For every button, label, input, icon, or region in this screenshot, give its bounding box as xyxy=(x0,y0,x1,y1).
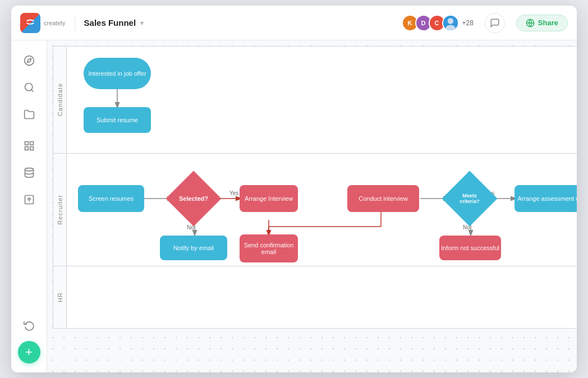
swimlane-content-recruiter: Yes No Yes No Screen resumes Selected? xyxy=(67,154,577,266)
shape-meets-criteria[interactable]: Meets criteria? xyxy=(447,176,492,221)
comment-button[interactable] xyxy=(485,13,505,33)
avatars: K D C +28 xyxy=(402,15,474,31)
svg-point-1 xyxy=(447,18,453,24)
shape-inform-not[interactable]: Inform not successful xyxy=(439,236,501,260)
app-window: creately Sales Funnel ▾ K D C +28 xyxy=(11,6,577,372)
sidebar-item-upload[interactable] xyxy=(18,188,40,211)
sidebar-item-compass[interactable] xyxy=(18,49,40,72)
shape-send-confirmation[interactable]: Send confirmation email xyxy=(240,234,298,262)
sidebar-bottom: + xyxy=(18,314,40,363)
swimlane-container: Candidate xyxy=(53,46,577,371)
canvas[interactable]: Candidate xyxy=(47,40,577,372)
avatar-4 xyxy=(442,15,459,31)
shape-notify-email[interactable]: Notify by email xyxy=(160,236,227,260)
sidebar: + xyxy=(11,40,47,372)
logo-text: creately xyxy=(44,20,66,26)
logo-icon xyxy=(20,13,40,33)
shape-submit-resume[interactable]: Submit resume xyxy=(84,107,151,133)
fab-add-button[interactable]: + xyxy=(18,341,40,363)
sidebar-item-components[interactable] xyxy=(18,135,40,157)
svg-line-8 xyxy=(31,90,33,92)
swimlane-hr: HR xyxy=(53,266,577,329)
doc-title-area: Sales Funnel ▾ xyxy=(84,18,144,27)
shape-arrange-interview[interactable]: Arrange Interview xyxy=(240,185,298,212)
swimlane-content-hr xyxy=(67,266,577,328)
header-divider xyxy=(75,15,75,31)
sidebar-item-history[interactable] xyxy=(18,314,40,336)
svg-rect-10 xyxy=(30,142,33,145)
svg-rect-11 xyxy=(30,147,33,150)
doc-title: Sales Funnel xyxy=(84,18,136,27)
title-dropdown-icon[interactable]: ▾ xyxy=(140,19,144,27)
svg-point-7 xyxy=(25,84,32,91)
logo: creately xyxy=(20,13,66,33)
avatar-count: +28 xyxy=(462,19,474,27)
header: creately Sales Funnel ▾ K D C +28 xyxy=(11,6,577,40)
shape-interested[interactable]: Interested in job offer xyxy=(84,58,151,89)
main-area: + Candidate xyxy=(11,40,577,372)
swimlane-label-candidate: Candidate xyxy=(53,47,67,153)
sidebar-item-folder[interactable] xyxy=(18,103,40,126)
swimlane-label-hr: HR xyxy=(53,266,67,328)
shape-screen-resumes[interactable]: Screen resumes xyxy=(78,185,144,212)
svg-rect-12 xyxy=(25,147,28,150)
swimlane-content-candidate: Interested in job offer Submit resume xyxy=(67,47,577,153)
svg-rect-9 xyxy=(25,142,28,145)
svg-point-5 xyxy=(24,56,34,66)
arrow-label-yes1: Yes xyxy=(229,190,238,196)
shape-arrange-assessment[interactable]: Arrange assessment d... xyxy=(514,185,577,212)
svg-marker-6 xyxy=(27,58,31,62)
share-button[interactable]: Share xyxy=(516,15,568,31)
sidebar-item-search[interactable] xyxy=(18,76,40,99)
sidebar-item-database[interactable] xyxy=(18,162,40,184)
shape-selected[interactable]: Selected? xyxy=(171,176,216,221)
share-label: Share xyxy=(538,19,558,27)
svg-point-13 xyxy=(25,168,33,171)
swimlane-label-recruiter: Recruiter xyxy=(53,154,67,266)
swimlane-candidate: Candidate xyxy=(53,46,577,153)
shape-conduct-interview[interactable]: Conduct interview xyxy=(347,185,419,212)
swimlane-recruiter: Recruiter xyxy=(53,153,577,266)
